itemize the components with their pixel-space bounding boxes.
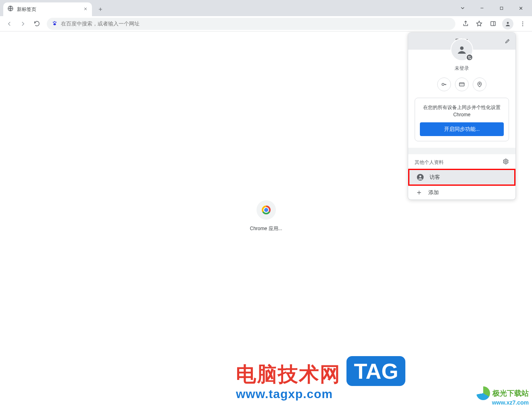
watermark-xz7: 极光下载站 www.xz7.com [476,386,529,406]
maximize-button[interactable] [492,2,510,14]
omnibox-input[interactable] [61,21,451,27]
svg-point-14 [479,83,480,84]
profiles-title: 其他个人资料 [415,159,444,166]
forward-button[interactable] [17,18,29,30]
close-tab-icon[interactable] [83,6,88,13]
back-button[interactable] [3,18,15,30]
popup-login-status: 未登录 [408,65,515,72]
add-profile-label: 添加 [428,189,439,196]
sync-card: 在您的所有设备上同步并个性化设置 Chrome 开启同步功能... [415,98,509,141]
watermark-tagxp: 电脑技术网 TAG www.tagxp.com [236,356,405,401]
watermark-tagxp-badge: TAG [346,356,405,386]
globe-icon [7,5,14,13]
guest-profile-label: 访客 [430,174,440,181]
address-bar[interactable] [47,18,455,30]
plus-icon [415,189,424,196]
browser-tab[interactable]: 新标签页 [3,2,92,16]
popup-separator [408,148,515,154]
svg-point-4 [55,21,56,23]
reload-button[interactable] [31,18,43,30]
svg-point-3 [54,21,55,22]
chrome-apps-shortcut[interactable]: Chrome 应用... [250,200,282,232]
svg-point-9 [522,23,523,24]
chrome-apps-label: Chrome 应用... [250,225,282,232]
svg-rect-13 [459,83,464,86]
passwords-icon[interactable] [437,78,451,91]
watermark-tagxp-url: www.tagxp.com [236,387,405,401]
menu-icon[interactable] [517,18,529,30]
sync-card-text-1: 在您的所有设备上同步并个性化设置 [420,104,504,111]
tabs-dropdown-icon[interactable] [454,2,471,14]
share-icon[interactable] [459,18,471,30]
add-profile-row[interactable]: 添加 [408,186,515,199]
svg-rect-1 [500,7,503,9]
close-window-button[interactable] [512,2,530,14]
sync-card-text-2: Chrome [420,111,504,118]
manage-profiles-gear-icon[interactable] [503,158,509,166]
new-tab-button[interactable] [94,3,106,15]
minimize-button[interactable] [473,2,491,14]
side-panel-icon[interactable] [487,18,499,30]
sync-off-badge-icon [466,54,473,61]
watermark-xz7-icon [476,386,490,400]
watermark-xz7-text: 极光下载站 [492,388,529,398]
guest-icon [416,173,425,181]
guest-profile-row[interactable]: 访客 [408,169,515,186]
popup-avatar [451,38,473,61]
svg-point-12 [442,83,444,85]
svg-rect-6 [490,22,495,26]
svg-point-8 [522,21,523,22]
watermark-xz7-url: www.xz7.com [476,399,529,406]
tab-title: 新标签页 [17,6,83,13]
profiles-header: 其他个人资料 [408,154,515,169]
profile-avatar-button[interactable] [502,18,513,29]
toolbar [0,16,532,31]
chrome-apps-icon [256,200,275,220]
svg-point-11 [460,46,464,50]
svg-point-10 [522,25,523,26]
profile-popup: 用户1 未登录 在您的所有设备上同步并个性化设置 Chrome 开启同步功能..… [408,32,516,200]
payment-card-icon[interactable] [455,78,469,91]
svg-point-17 [419,175,421,177]
baidu-icon [52,20,58,27]
watermark-tagxp-cn: 电脑技术网 [236,363,341,386]
svg-point-15 [505,161,507,162]
window-controls [454,0,532,16]
svg-point-2 [53,21,54,23]
svg-point-5 [53,23,56,25]
titlebar: 新标签页 [0,0,532,16]
bookmark-star-icon[interactable] [473,18,485,30]
enable-sync-button[interactable]: 开启同步功能... [420,122,504,136]
addresses-icon[interactable] [473,78,486,91]
edit-profile-icon[interactable] [505,38,511,46]
svg-point-7 [507,22,509,24]
